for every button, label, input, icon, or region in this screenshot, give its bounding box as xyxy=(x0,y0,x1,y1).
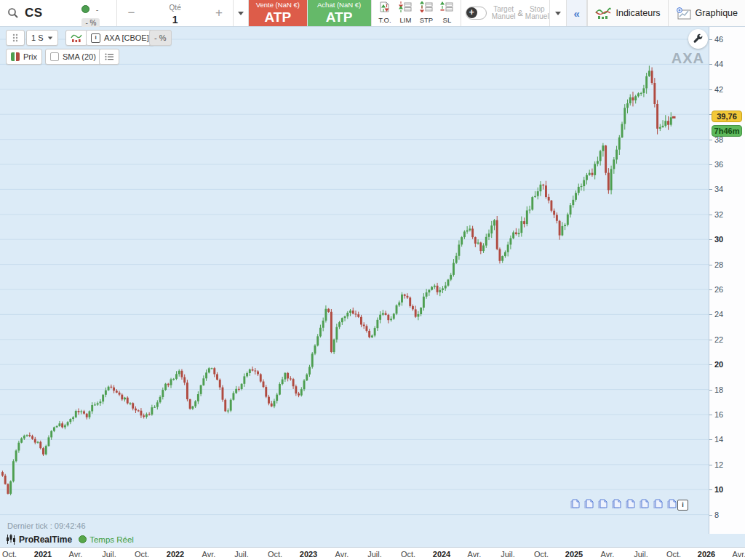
price-axis-label: 14 xyxy=(714,434,723,444)
buy-price-label: Achat (NaN €) xyxy=(308,1,371,9)
chart-style-icon xyxy=(71,33,82,43)
percent-mode-chip[interactable]: - % xyxy=(149,30,172,46)
order-type-sl-button[interactable]: SL xyxy=(439,1,454,25)
indicators-button[interactable]: Indicateurs xyxy=(588,0,668,26)
news-marker-icon[interactable] xyxy=(612,498,621,511)
price-axis[interactable]: 4644424038363432302826242220181614121083… xyxy=(709,27,745,534)
news-marker-icon[interactable] xyxy=(584,498,594,511)
quote-value: - xyxy=(96,5,99,14)
sell-button[interactable]: Vente (NaN €) ATP xyxy=(249,0,308,26)
price-tick xyxy=(709,140,712,140)
time-axis-label: 2021 xyxy=(34,550,52,559)
info-icon: i xyxy=(91,33,100,43)
qty-options-dropdown[interactable] xyxy=(234,0,249,26)
price-tick xyxy=(709,515,712,516)
order-type-to-button[interactable]: T.O. xyxy=(378,1,392,25)
price-axis-label: 24 xyxy=(714,309,723,319)
time-axis-label: 2026 xyxy=(698,550,715,559)
order-type-label: LIM xyxy=(399,16,411,24)
add-target-stop-toggle[interactable]: + xyxy=(466,7,487,20)
price-tick xyxy=(709,215,712,215)
time-axis-label: Avr. xyxy=(601,550,615,559)
indicators-label: Indicateurs xyxy=(615,8,660,18)
news-marker-icon[interactable] xyxy=(570,498,580,511)
time-axis-label: Juil. xyxy=(367,550,382,559)
price-tick xyxy=(709,314,712,315)
chart-button[interactable]: Graphique xyxy=(669,0,745,26)
price-tick xyxy=(709,189,712,190)
chart-settings-button[interactable] xyxy=(688,29,708,49)
time-axis-label: Oct. xyxy=(268,550,282,559)
price-axis-label: 12 xyxy=(714,460,723,470)
time-axis-label: Oct. xyxy=(534,550,549,559)
qty-minus-button[interactable]: − xyxy=(121,6,140,20)
timeframe-dropdown[interactable]: 1 S xyxy=(26,30,58,46)
timeframe-value: 1 S xyxy=(31,33,44,42)
order-type-lim-button[interactable]: LIM xyxy=(398,1,413,25)
price-axis-label: 32 xyxy=(714,209,723,220)
top-toolbar: CS - - % − Qté 1 + Vente (NaN €) ATP Ach… xyxy=(0,0,745,27)
time-axis[interactable]: Oct.2021Avr.Juil.Oct.2022Avr.Juil.Oct.20… xyxy=(0,547,745,560)
sma-checkbox[interactable] xyxy=(50,52,59,61)
indicator-list-button[interactable] xyxy=(99,49,119,65)
candle-colors-icon xyxy=(11,52,20,61)
order-type-stp-button[interactable]: STP xyxy=(419,1,434,25)
price-tick xyxy=(709,239,712,240)
qty-display[interactable]: Qté 1 xyxy=(170,0,181,25)
time-axis-label: 2022 xyxy=(167,550,184,559)
price-axis-label: 36 xyxy=(714,159,723,169)
legend-sma-chip[interactable]: SMA (20) xyxy=(45,49,101,65)
order-type-label: T.O. xyxy=(378,16,391,24)
price-axis-label: 28 xyxy=(714,260,723,270)
chart-area[interactable]: 4644424038363432302826242220181614121083… xyxy=(0,27,745,547)
news-marker-icon[interactable] xyxy=(667,498,677,511)
buy-button[interactable]: Achat (NaN €) ATP xyxy=(308,0,372,26)
sell-type-label: ATP xyxy=(249,9,307,25)
chart-zoom-icon xyxy=(676,7,691,20)
price-axis-label: 18 xyxy=(714,385,723,395)
news-marker-icon[interactable] xyxy=(640,498,649,511)
buy-type-label: ATP xyxy=(308,9,371,25)
symbol-search[interactable]: CS - - % xyxy=(0,0,117,26)
price-tick xyxy=(709,39,712,40)
symbol-watermark: AXA xyxy=(672,50,704,67)
qty-label: Qté xyxy=(170,4,181,12)
grip-dots-icon xyxy=(12,33,18,42)
order-type-buttons: T.O.LIMSTPSL xyxy=(372,0,461,26)
time-axis-label: Avr. xyxy=(468,550,482,559)
price-tick xyxy=(709,340,712,340)
collapse-panel-button[interactable]: « xyxy=(567,0,588,26)
price-axis-label: 34 xyxy=(714,184,723,194)
search-icon xyxy=(7,7,19,19)
price-tick xyxy=(709,390,712,391)
time-axis-label: Juil. xyxy=(102,550,116,559)
news-marker-icon[interactable] xyxy=(598,498,607,511)
brand-label: ProRealTime xyxy=(19,535,72,545)
price-axis-label: 8 xyxy=(714,510,719,520)
time-axis-label: Oct. xyxy=(401,550,415,559)
brand-row: ProRealTime Temps Réel xyxy=(6,534,134,545)
markers-info-button[interactable]: i xyxy=(677,500,688,511)
qty-value: 1 xyxy=(172,14,178,25)
chart-style-button[interactable] xyxy=(65,30,87,46)
news-marker-icon[interactable] xyxy=(653,498,663,511)
legend-price-chip[interactable]: Prix xyxy=(6,49,42,65)
target-stop-dropdown[interactable] xyxy=(550,0,567,26)
instrument-label: AXA [CBOE] xyxy=(104,33,149,42)
time-axis-label: Oct. xyxy=(135,550,149,559)
quantity-stepper: − Qté 1 + xyxy=(117,0,234,26)
last-tick-status: Dernier tick : 09:42:46 xyxy=(7,521,86,530)
price-axis-label: 30 xyxy=(714,234,723,244)
news-marker-icon[interactable] xyxy=(626,498,635,511)
realtime-label: Temps Réel xyxy=(89,535,134,544)
qty-plus-button[interactable]: + xyxy=(210,6,228,20)
price-tick xyxy=(709,439,712,440)
candlestick-chart[interactable] xyxy=(0,27,709,534)
drag-handle[interactable] xyxy=(6,30,25,46)
time-axis-label: Avr. xyxy=(335,550,349,559)
instrument-chip[interactable]: i AXA [CBOE] xyxy=(86,30,154,46)
price-tick xyxy=(709,64,712,65)
time-axis-label: Juil. xyxy=(634,550,648,559)
time-axis-label: Oct. xyxy=(2,550,17,559)
sell-price-label: Vente (NaN €) xyxy=(249,1,307,9)
